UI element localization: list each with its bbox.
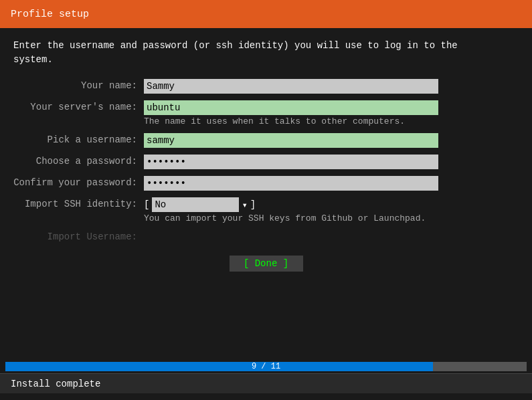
server-name-label: Your server's name: bbox=[13, 100, 144, 112]
confirm-password-input-area bbox=[144, 176, 519, 191]
ssh-select-container: [ No github launchpad ▾ ] bbox=[144, 197, 519, 212]
progress-bar-container: 9 / 11 bbox=[0, 360, 532, 373]
ssh-bracket-open: [ bbox=[144, 199, 149, 210]
username-input-area bbox=[144, 133, 519, 148]
server-name-input[interactable] bbox=[144, 100, 438, 115]
header: Profile setup bbox=[0, 0, 532, 28]
server-name-input-area: The name it uses when it talks to other … bbox=[144, 100, 519, 126]
description-line2: system. bbox=[13, 54, 53, 65]
ssh-select[interactable]: No github launchpad bbox=[152, 197, 239, 212]
your-name-input[interactable] bbox=[144, 79, 438, 94]
header-title: Profile setup bbox=[11, 9, 89, 20]
bottom-bar: Install complete bbox=[0, 373, 532, 393]
server-name-hint: The name it uses when it talks to other … bbox=[144, 116, 519, 126]
server-name-row: Your server's name: The name it uses whe… bbox=[13, 100, 519, 126]
password-input-area bbox=[144, 155, 519, 169]
confirm-password-input[interactable] bbox=[144, 176, 438, 191]
confirm-password-row: Confirm your password: bbox=[13, 176, 519, 191]
your-name-input-area bbox=[144, 79, 519, 94]
ssh-input-area: [ No github launchpad ▾ ] You can import… bbox=[144, 197, 519, 223]
progress-bar-bg: 9 / 11 bbox=[5, 362, 527, 371]
confirm-password-label: Confirm your password: bbox=[13, 176, 144, 188]
your-name-label: Your name: bbox=[13, 79, 144, 91]
password-row: Choose a password: bbox=[13, 155, 519, 169]
password-input[interactable] bbox=[144, 155, 438, 169]
username-row: Pick a username: bbox=[13, 133, 519, 148]
done-button-row: [ Done ] bbox=[13, 256, 519, 272]
main-content: Enter the username and password (or ssh … bbox=[0, 28, 532, 360]
ssh-bracket-close: ] bbox=[250, 199, 256, 210]
password-label: Choose a password: bbox=[13, 155, 144, 167]
username-label: Pick a username: bbox=[13, 133, 144, 145]
import-username-row: Import Username: bbox=[13, 230, 519, 242]
ssh-arrow: ▾ bbox=[242, 199, 247, 211]
install-status: Install complete bbox=[11, 379, 100, 389]
done-button[interactable]: [ Done ] bbox=[230, 256, 303, 272]
ssh-hint: You can import your SSH keys from Github… bbox=[144, 213, 519, 223]
your-name-row: Your name: bbox=[13, 79, 519, 94]
ssh-row: Import SSH identity: [ No github launchp… bbox=[13, 197, 519, 223]
description: Enter the username and password (or ssh … bbox=[13, 39, 519, 67]
progress-text: 9 / 11 bbox=[5, 362, 527, 371]
username-input[interactable] bbox=[144, 133, 438, 148]
description-line1: Enter the username and password (or ssh … bbox=[13, 40, 458, 51]
import-username-label: Import Username: bbox=[13, 230, 144, 242]
ssh-label: Import SSH identity: bbox=[13, 197, 144, 209]
